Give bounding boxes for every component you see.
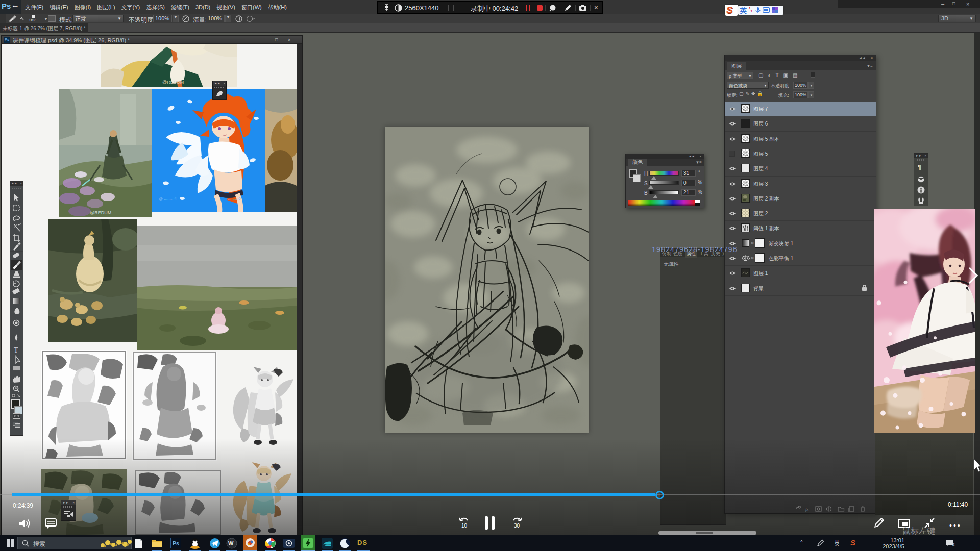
svg-text:30: 30 — [514, 523, 520, 529]
svg-text:W: W — [228, 540, 234, 546]
svg-text:T: T — [14, 346, 18, 354]
svg-text:10: 10 — [461, 523, 468, 529]
svg-text:fx: fx — [805, 507, 809, 512]
svg-text:@REDUM: @REDUM — [162, 80, 184, 85]
svg-text:@REDUM: @REDUM — [90, 210, 111, 215]
svg-text:........ 6: ........ 6 — [228, 196, 241, 201]
svg-text:2: 2 — [952, 542, 955, 547]
svg-text:@ ........ 4: @ ........ 4 — [159, 196, 177, 201]
